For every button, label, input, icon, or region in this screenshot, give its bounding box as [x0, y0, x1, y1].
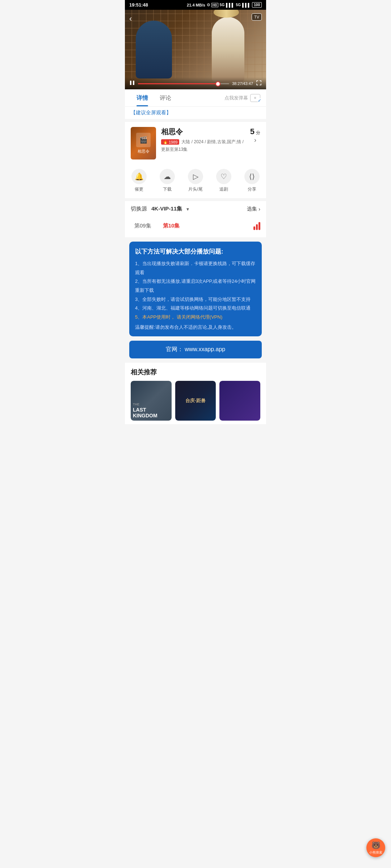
danmu-button[interactable]: 点我发弹幕 ≡ ✓ — [224, 94, 260, 102]
tip-item-3: 3、全部失败时，请尝试切换网络，可能分地区暂不支持 — [135, 295, 256, 304]
tips-note: 温馨提醒:请勿发布合人不适的言论,及人身攻击。 — [135, 324, 256, 331]
source-selector: 切换源 4K-VIP-11集 ▾ 选集 › — [125, 198, 266, 217]
related-title: 相关推荐 — [131, 368, 260, 376]
select-episode-button[interactable]: 选集 › — [247, 206, 260, 212]
tips-box: 以下方法可解决大部分播放问题: 1、当出现播放失败请刷新．卡顿请更换线路，可下载… — [129, 242, 262, 336]
download-icon: ☁ — [160, 169, 175, 184]
danmu-label: 点我发弹幕 — [224, 95, 248, 101]
drama-details: 相思令 🔥 1989 大陆 / 2024 / 剧情,古装,国产,情 / 更新至第… — [161, 127, 245, 153]
battery-icon: 100 — [252, 2, 262, 8]
remind-icon: 🔔 — [131, 169, 147, 184]
related-card-2[interactable] — [219, 381, 260, 421]
thumb-tailor: 台庆·距兽 — [175, 381, 216, 421]
status-right: 21.4 MB/s ⊙ HD 5G ▌▌▌ 5G ▌▌▌ 100 — [187, 2, 262, 8]
bar1 — [253, 226, 255, 230]
hot-badge: 🔥 1989 — [161, 139, 179, 145]
source-value[interactable]: 4K-VIP-11集 — [151, 205, 182, 212]
wifi-icon: ⊙ — [207, 3, 210, 7]
related-thumb-1: 台庆·距兽 — [175, 381, 216, 421]
player-controls: 38:27/43:47 — [125, 77, 266, 89]
fire-icon: 🔥 — [163, 140, 168, 144]
tips-title: 以下方法可解决大部分播放问题: — [135, 247, 256, 256]
bar2 — [256, 224, 258, 230]
follow-icon: ♡ — [216, 169, 231, 184]
share-button[interactable]: ⟨⟩ 分享 — [244, 169, 260, 192]
episode-10[interactable]: 第10集 — [159, 220, 184, 231]
tip-item-5: 5、本APP使用时， 请关闭网络代理(VPN) — [135, 313, 256, 322]
bar3 — [258, 222, 260, 230]
dropdown-icon[interactable]: ▾ — [186, 206, 189, 212]
action-buttons: 🔔 催更 ☁ 下载 ▷ 片头/尾 ♡ 追剧 ⟨⟩ 分享 — [125, 165, 266, 198]
related-card-1[interactable]: 台庆·距兽 — [175, 381, 216, 421]
official-site[interactable]: 官网： www.xxapp.app — [129, 341, 262, 358]
tip-item-1: 1、当出现播放失败请刷新．卡顿请更换线路，可下载缓存观看 — [135, 259, 256, 277]
drama-poster: 🎬 相思令 — [131, 127, 156, 159]
related-card-0[interactable]: THE LAST KINGDOM — [131, 381, 172, 421]
progress-track[interactable] — [138, 83, 229, 84]
follow-button[interactable]: ♡ 追剧 — [216, 169, 231, 192]
progress-thumb — [215, 81, 220, 86]
skip-intro-icon: ▷ — [188, 169, 203, 184]
back-button[interactable]: ‹ — [129, 14, 132, 24]
fullscreen-button[interactable] — [256, 80, 262, 87]
download-button[interactable]: ☁ 下载 — [160, 169, 175, 192]
share-icon: ⟨⟩ — [244, 169, 260, 184]
tab-detail[interactable]: 详情 — [131, 89, 154, 106]
progress-bar-container[interactable]: 38:27/43:47 — [129, 80, 262, 87]
time-display: 38:27/43:47 — [232, 81, 253, 86]
drama-info: 🎬 相思令 相思令 🔥 1989 大陆 / 2024 / 剧情,古装,国产,情 … — [125, 119, 266, 165]
figure-left — [136, 21, 172, 78]
remind-button[interactable]: 🔔 催更 — [131, 169, 147, 192]
svg-rect-1 — [133, 81, 134, 85]
signal-icon: ▌▌▌ — [226, 3, 234, 7]
tips-list: 1、当出现播放失败请刷新．卡顿请更换线路，可下载缓存观看 2、当所有都无法播放,… — [135, 259, 256, 322]
episode-list: 第09集 第10集 — [125, 217, 266, 237]
tab-comment[interactable]: 评论 — [154, 89, 177, 106]
skip-intro-button[interactable]: ▷ 片头/尾 — [188, 169, 203, 192]
drama-meta: 🔥 1989 大陆 / 2024 / 剧情,古装,国产,情 / — [161, 139, 245, 145]
status-time: 19:51:48 — [129, 2, 148, 8]
related-grid: THE LAST KINGDOM 台庆·距兽 — [131, 381, 260, 421]
tip-item-2: 2、当所有都无法播放,请重启3次APP,或者等待24小时官网重新下载 — [135, 277, 256, 295]
hd-icon: HD — [211, 3, 218, 7]
related-thumb-2 — [219, 381, 260, 421]
drama-score[interactable]: 5 分 › — [250, 127, 260, 144]
source-label: 切换源 — [131, 205, 147, 212]
video-player[interactable]: ‹ TV 38:27/43:47 — [125, 10, 266, 89]
related-thumb-0: THE LAST KINGDOM — [131, 381, 172, 421]
5g-icon2: 5G — [236, 3, 241, 7]
play-count-chart — [253, 222, 260, 230]
figure-right — [212, 17, 244, 82]
tabs-bar: 详情 评论 点我发弹幕 ≡ ✓ — [125, 89, 266, 107]
progress-fill — [138, 83, 218, 84]
network-speed: 21.4 MB/s — [187, 3, 205, 7]
arrow-right-icon: › — [258, 206, 260, 212]
drama-title: 相思令 — [161, 127, 245, 137]
danmu-icon: ≡ ✓ — [250, 94, 260, 102]
related-section: 相关推荐 THE LAST KINGDOM 台庆·距兽 — [125, 363, 266, 424]
5g-icon: 5G — [220, 3, 224, 7]
danmu-check-icon: ✓ — [258, 98, 261, 103]
drama-update: 更新至第13集 — [161, 146, 245, 153]
episode-09[interactable]: 第09集 — [131, 220, 155, 231]
thumb-last-kingdom: THE LAST KINGDOM — [131, 381, 172, 421]
tip-item-4: 4、河南、湖北、福建等移动网络问题可切换至电信联通 — [135, 304, 256, 313]
tv-button[interactable]: TV — [252, 13, 262, 21]
svg-rect-0 — [130, 81, 131, 85]
signal-icon2: ▌▌▌ — [242, 3, 251, 7]
play-pause-button[interactable] — [129, 80, 135, 87]
fullscreen-tip[interactable]: 【建议全屏观看】 — [125, 107, 266, 119]
status-bar: 19:51:48 21.4 MB/s ⊙ HD 5G ▌▌▌ 5G ▌▌▌ 10… — [125, 0, 266, 10]
